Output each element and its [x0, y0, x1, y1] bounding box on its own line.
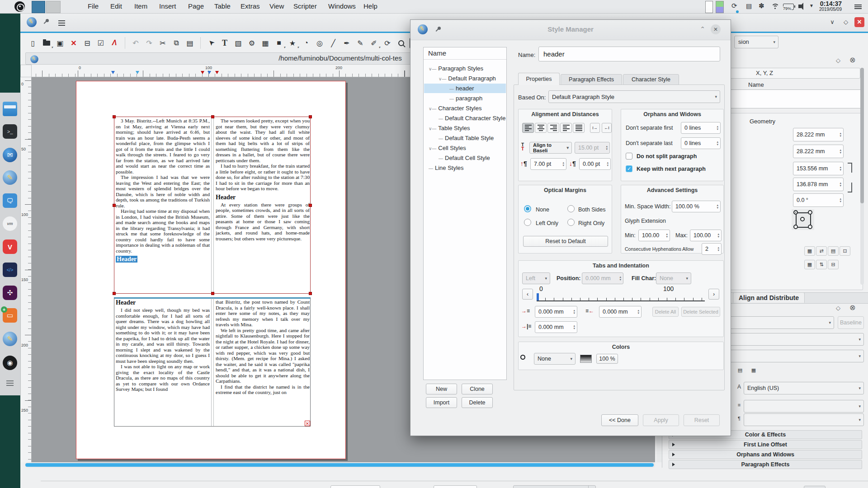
close-palette2-icon[interactable]: ⊗ — [849, 303, 855, 312]
tree-item-default-paragraph-style[interactable]: ∨—Default Paragraph Style — [424, 74, 506, 83]
right-indent-spinbox[interactable]: 0.000 mm▴▾ — [599, 306, 642, 318]
zoom-icon[interactable] — [394, 36, 408, 50]
shape-icon[interactable]: ■▾ — [272, 36, 286, 50]
optical-both-radio[interactable] — [567, 205, 575, 212]
glyph-min-spinbox[interactable]: 100.00▴▾ — [638, 230, 670, 241]
menu-table[interactable]: Table — [212, 2, 232, 10]
save-icon[interactable]: ▣ — [53, 36, 67, 50]
align-justify-button[interactable] — [560, 123, 572, 133]
background-color-combo[interactable]: None▾ — [534, 353, 576, 365]
align-left-button[interactable] — [522, 123, 534, 133]
rotate-icon[interactable]: ⟳ — [381, 36, 394, 50]
text-frame-2[interactable]: Header I did not sleep well, though my b… — [114, 298, 311, 427]
tab-type-combo[interactable]: Left▾ — [522, 272, 550, 284]
menu-edit[interactable]: Edit — [108, 2, 124, 10]
dock-thunderbird-icon[interactable]: ✉ — [3, 148, 17, 162]
delete-all-button[interactable]: Delete All — [652, 307, 679, 317]
alignment-mini-icon[interactable]: ▤ — [735, 366, 745, 375]
tab-ruler-right-button[interactable]: › — [708, 289, 719, 300]
space-above-spinbox[interactable]: 7.00 pt▴▾ — [530, 158, 566, 170]
menu-help[interactable]: Help — [362, 2, 379, 10]
dialog-close-icon[interactable]: ✕ — [711, 24, 721, 34]
style-name-input[interactable]: header — [538, 47, 720, 61]
wifi-icon[interactable] — [771, 4, 779, 10]
flip-horizontal-icon[interactable]: ⇄ — [816, 246, 827, 256]
resize-handle[interactable] — [309, 292, 312, 295]
copy-icon[interactable]: ⧉ — [170, 36, 183, 50]
based-on-combo[interactable]: Default Paragraph Style▾ — [548, 90, 720, 103]
clone-style-button[interactable]: Clone — [462, 384, 493, 394]
language-combo[interactable]: English (US)▾ — [744, 382, 864, 394]
dont-separate-last-spinbox[interactable]: 0 lines▴▾ — [681, 137, 721, 149]
text-frame-icon[interactable]: T — [218, 36, 231, 50]
delete-selected-button[interactable]: Delete Selected — [681, 307, 720, 317]
x-position-spinbox[interactable]: 28.222 mm▴▾ — [793, 128, 844, 141]
polygon-icon[interactable]: ★▾ — [286, 36, 299, 50]
arc-icon[interactable]: ◔ — [299, 36, 313, 50]
fill-char-combo[interactable]: None▾ — [656, 272, 691, 284]
tray-window-icon[interactable] — [705, 1, 713, 13]
tab-ruler-left-button[interactable]: ‹ — [522, 289, 533, 300]
print-item-icon[interactable]: ⊡ — [840, 246, 850, 256]
close-button[interactable]: ✕ — [854, 17, 864, 27]
apply-button[interactable]: Apply — [643, 414, 679, 426]
menu-item[interactable]: Item — [132, 2, 149, 10]
tree-item-character-styles[interactable]: ∨—Character Styles — [424, 103, 506, 113]
window-preview-active[interactable] — [32, 1, 45, 13]
resize-handle[interactable] — [113, 204, 116, 207]
image-frame-icon[interactable]: ▧ — [231, 36, 245, 50]
volume-icon[interactable] — [798, 5, 801, 8]
done-button[interactable]: << Done — [601, 414, 638, 426]
tab-marker[interactable] — [208, 71, 211, 74]
tray-expand-arrow-icon[interactable]: ▼ — [809, 3, 814, 16]
system-menu-icon[interactable] — [854, 4, 862, 10]
dialog-shade-icon[interactable]: ⌃ — [700, 25, 705, 33]
tab-marker[interactable] — [201, 71, 204, 74]
line-spacing-mode-combo[interactable]: Align to Baseli▾ — [529, 142, 572, 154]
minimize-button[interactable]: ∨ — [827, 17, 837, 27]
calligraphy-icon[interactable]: ✐▾ — [367, 36, 381, 50]
flip-vertical-icon[interactable]: ⇅ — [816, 260, 827, 269]
indent-marker[interactable] — [111, 71, 115, 74]
first-page-icon[interactable]: ⇤ — [414, 486, 424, 488]
glyph-max-spinbox[interactable]: 100.00▴▾ — [690, 230, 722, 241]
link-wh-icon[interactable] — [846, 163, 852, 192]
redo-icon[interactable]: ↷ — [142, 36, 156, 50]
baseline-button[interactable]: Baseline — [838, 316, 864, 329]
align-force-justify-button[interactable] — [573, 123, 585, 133]
align-right-button[interactable] — [547, 123, 559, 133]
print-icon[interactable]: ⊟ — [80, 36, 94, 50]
tab-position-spinbox[interactable]: 0.000 mm▴▾ — [582, 272, 623, 284]
menu-file[interactable]: File — [86, 2, 100, 10]
table-icon[interactable]: ▦ — [259, 36, 272, 50]
resize-handle[interactable] — [211, 115, 214, 118]
rotation-spinbox[interactable]: 0.0 °▴▾ — [793, 193, 844, 207]
render-frame-icon[interactable]: ⚙ — [245, 36, 259, 50]
basepoint-widget[interactable] — [792, 209, 814, 230]
tree-item-paragraph[interactable]: —paragraph — [424, 94, 506, 103]
fill-color-combo[interactable]: ▾ — [744, 400, 864, 413]
shade-gradient-swatch[interactable] — [580, 355, 592, 363]
tab-ruler-indent-marker[interactable] — [537, 293, 539, 300]
resize-handle[interactable] — [211, 292, 214, 295]
space-below-spinbox[interactable]: 0.00 pt▴▾ — [579, 158, 611, 170]
frame2-column2[interactable]: that Bistritz, the post town named by Co… — [216, 299, 310, 425]
dock-impress-icon[interactable]: ▭+ — [3, 308, 17, 323]
zoom-out-icon[interactable] — [383, 486, 393, 488]
bezier-icon[interactable]: ✒ — [340, 36, 354, 50]
zoom-spinbox[interactable]: 100.00 %▴▾ — [330, 485, 380, 488]
h-scroll-thumb[interactable] — [25, 463, 654, 467]
paste-icon[interactable]: ▤ — [183, 36, 197, 50]
float-palette-icon[interactable]: ◇ — [836, 57, 840, 64]
clock[interactable]: 0:14:37 2019/05/09 — [819, 0, 842, 12]
tree-item-default-character-style[interactable]: —Default Character Style — [424, 113, 506, 123]
clipboard-icon[interactable]: ▤ — [746, 2, 752, 15]
dock-vmware-icon[interactable]: vm — [3, 216, 17, 231]
tree-item-header[interactable]: —header — [424, 84, 506, 93]
shade-value-button[interactable]: 100 % — [596, 354, 618, 364]
battery-icon[interactable]: 79% — [783, 4, 794, 10]
titlebar-menu-icon[interactable] — [58, 19, 65, 27]
menu-extras[interactable]: Extras — [239, 2, 262, 10]
horizontal-scrollbar[interactable] — [25, 462, 655, 468]
selected-text[interactable]: Header — [116, 256, 137, 263]
